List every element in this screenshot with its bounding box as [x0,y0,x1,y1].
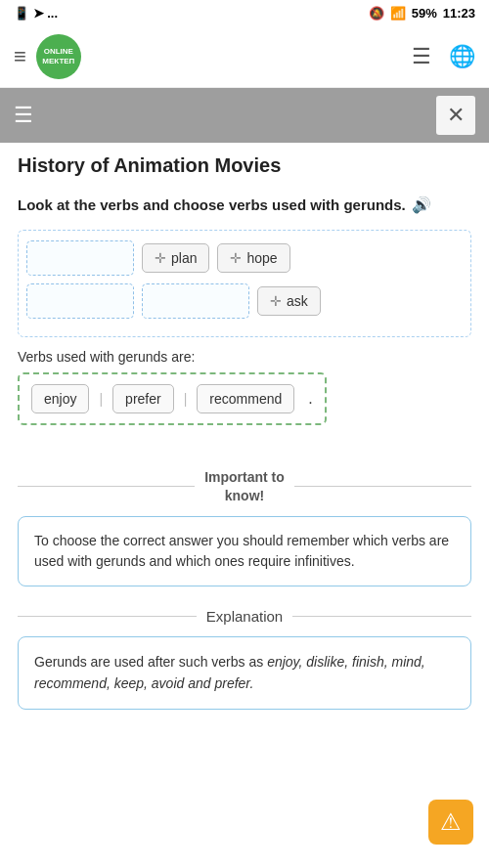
gerund-chip-recommend: recommend [197,384,294,413]
chip-label-hope: hope [246,250,277,266]
speaker-icon[interactable]: 🔊 [412,195,431,216]
drag-chip-ask[interactable]: ✛ ask [257,286,321,316]
drag-handle-icon: ✛ [230,250,242,266]
page-title: History of Animation Movies [18,154,471,177]
warning-triangle-button[interactable]: ⚠ [428,800,473,845]
drag-area: ✛ plan ✛ hope ✛ ask [18,230,471,337]
drop-zone-1[interactable] [26,240,134,276]
logo-line1: ONLINE [44,47,73,57]
drop-zone-3[interactable] [142,283,249,319]
menu-lines-icon[interactable]: ≡ [14,44,26,69]
logo-line2: МЕКТЕП [42,57,74,66]
time-text: 11:23 [443,6,475,21]
explanation-divider: Explanation [18,608,471,625]
gerund-sep-1: | [99,391,103,407]
mute-icon: 🔕 [369,6,384,21]
status-left: 📱 ➤ ... [14,6,58,21]
instruction-text: Look at the verbs and choose verbs used … [18,195,471,216]
gerund-chip-prefer: prefer [112,384,174,413]
info-box-text: To choose the correct answer you should … [34,533,449,569]
explanation-box: Gerunds are used after such verbs as enj… [18,636,471,710]
gerunds-box: enjoy | prefer | recommend . [18,372,327,425]
important-text: Important to know! [204,468,285,503]
important-line1: Important to [204,468,285,486]
gerunds-label: Verbs used with gerunds are: [18,349,471,365]
main-content: History of Animation Movies Look at the … [0,143,489,729]
signal-icon: 📶 [390,6,406,21]
drag-handle-icon: ✛ [270,293,282,309]
top-nav: ≡ ONLINE МЕКТЕП ☰ 🌐 [0,26,489,88]
close-button[interactable]: ✕ [436,96,475,135]
explanation-label: Explanation [206,608,283,625]
explanation-divider-right [292,616,471,617]
drag-row-2: ✛ ask [26,283,463,319]
status-right: 🔕 📶 59% 11:23 [369,6,475,21]
divider-line-left [18,486,195,487]
gerund-sep-2: | [184,391,188,407]
drag-handle-icon: ✛ [155,250,166,266]
divider-line-right [294,486,471,487]
important-divider: Important to know! [18,468,471,503]
hamburger-icon[interactable]: ☰ [14,103,33,128]
explanation-text-content: Gerunds are used after such verbs as enj… [34,654,425,691]
drag-chip-plan[interactable]: ✛ plan [142,243,209,273]
important-line2: know! [204,487,285,504]
logo[interactable]: ONLINE МЕКТЕП [36,34,81,79]
drag-row-1: ✛ plan ✛ hope [26,240,463,276]
sub-nav: ☰ ✕ [0,88,489,143]
period-mark: . [308,390,312,408]
nav-right: ☰ 🌐 [412,44,475,69]
explanation-divider-left [18,616,197,617]
instruction-label: Look at the verbs and choose verbs used … [18,195,406,215]
globe-icon[interactable]: 🌐 [449,44,475,69]
info-box: To choose the correct answer you should … [18,516,471,586]
status-bar: 📱 ➤ ... 🔕 📶 59% 11:23 [0,0,489,26]
drag-chip-hope[interactable]: ✛ hope [217,243,289,273]
nav-left: ≡ ONLINE МЕКТЕП [14,34,81,79]
gerund-chip-enjoy: enjoy [31,384,89,413]
list-view-icon[interactable]: ☰ [412,44,431,69]
battery-text: 59% [412,6,437,21]
chip-label-plan: plan [171,250,197,266]
drop-zone-2[interactable] [26,283,134,319]
notification-icons: 📱 ➤ ... [14,6,58,21]
chip-label-ask: ask [287,293,308,309]
